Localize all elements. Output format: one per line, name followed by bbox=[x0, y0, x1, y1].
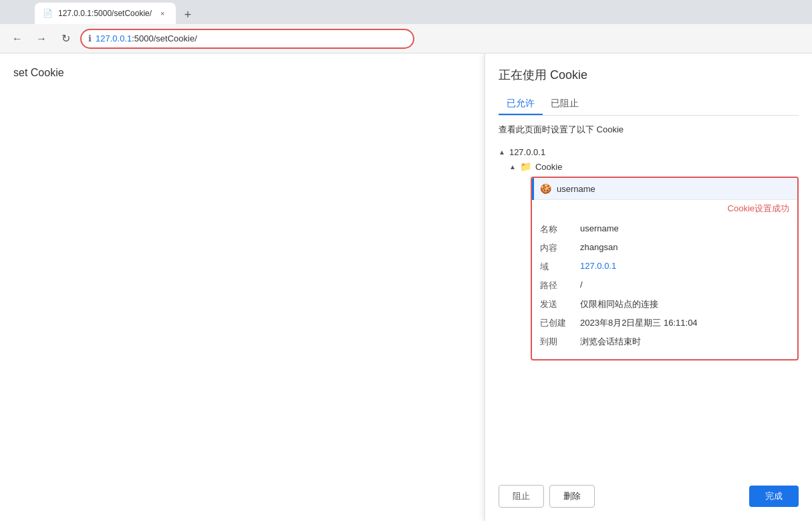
address-text: 127.0.0.1:5000/setCookie/ bbox=[96, 33, 197, 43]
address-host: 127.0.0.1 bbox=[96, 33, 132, 43]
detail-path-value: / bbox=[580, 280, 789, 290]
tab-close-button[interactable]: × bbox=[157, 8, 168, 19]
cookie-item-name: username bbox=[557, 184, 595, 194]
detail-send-value: 仅限相同站点的连接 bbox=[580, 298, 789, 310]
detail-send-label: 发送 bbox=[540, 298, 580, 310]
tab-favicon: 📄 bbox=[43, 9, 53, 18]
detail-expires-value: 浏览会话结束时 bbox=[580, 336, 789, 348]
detail-row-send: 发送 仅限相同站点的连接 bbox=[540, 295, 789, 314]
folder-icon: 📁 bbox=[520, 161, 531, 172]
cookie-description: 查看此页面时设置了以下 Cookie bbox=[499, 124, 799, 136]
address-path: :5000/setCookie/ bbox=[132, 33, 197, 43]
reload-button[interactable]: ↻ bbox=[56, 29, 75, 48]
detail-row-domain: 域 127.0.0.1 bbox=[540, 257, 789, 276]
cookie-panel: 正在使用 Cookie 已允许 已阻止 查看此页面时设置了以下 Cookie ▲… bbox=[485, 54, 812, 521]
delete-button[interactable]: 删除 bbox=[549, 485, 595, 508]
cookie-detail-table: 名称 username 内容 zhangsan 域 127.0.0.1 路径 bbox=[532, 217, 797, 359]
action-buttons-left: 阻止 删除 bbox=[499, 485, 595, 508]
tab-title: 127.0.0.1:5000/setCookie/ bbox=[58, 9, 152, 18]
detail-path-label: 路径 bbox=[540, 280, 580, 292]
page-content: set Cookie bbox=[0, 54, 485, 521]
detail-row-created: 已创建 2023年8月2日星期三 16:11:04 bbox=[540, 314, 789, 332]
done-button[interactable]: 完成 bbox=[749, 486, 799, 507]
cookie-panel-title: 正在使用 Cookie bbox=[499, 67, 799, 83]
detail-row-path: 路径 / bbox=[540, 276, 789, 295]
detail-domain-label: 域 bbox=[540, 261, 580, 273]
detail-content-value: zhangsan bbox=[580, 242, 789, 252]
detail-created-label: 已创建 bbox=[540, 317, 580, 329]
block-button[interactable]: 阻止 bbox=[499, 485, 544, 508]
cookie-tree: ▲ 127.0.0.1 ▲ 📁 Cookie 🍪 username bbox=[499, 145, 799, 367]
forward-button[interactable]: → bbox=[32, 29, 51, 48]
navigation-bar: ← → ↻ ℹ 127.0.0.1:5000/setCookie/ bbox=[0, 24, 812, 54]
content-area: set Cookie 正在使用 Cookie 已允许 已阻止 查看此页面时设置了… bbox=[0, 54, 812, 521]
tree-child: ▲ 📁 Cookie 🍪 username Cookie设置成功 bbox=[509, 159, 799, 360]
back-button[interactable]: ← bbox=[8, 29, 27, 48]
tree-folder-arrow: ▲ bbox=[509, 163, 516, 171]
tab-allowed[interactable]: 已允许 bbox=[499, 94, 543, 115]
browser-tab[interactable]: 📄 127.0.0.1:5000/setCookie/ × bbox=[35, 3, 176, 24]
tab-blocked[interactable]: 已阻止 bbox=[543, 94, 587, 115]
security-icon: ℹ bbox=[88, 33, 92, 43]
cookie-tabs: 已允许 已阻止 bbox=[499, 94, 799, 116]
left-accent-bar bbox=[532, 178, 534, 200]
detail-row-name: 名称 username bbox=[540, 220, 789, 239]
detail-content-label: 内容 bbox=[540, 242, 580, 254]
tree-folder-label: Cookie bbox=[535, 162, 562, 172]
detail-expires-label: 到期 bbox=[540, 336, 580, 348]
page-title: set Cookie bbox=[13, 67, 471, 79]
detail-created-value: 2023年8月2日星期三 16:11:04 bbox=[580, 317, 789, 329]
tree-folder-row[interactable]: ▲ 📁 Cookie bbox=[509, 159, 799, 174]
detail-name-value: username bbox=[580, 223, 789, 233]
tree-root-ip[interactable]: ▲ 127.0.0.1 bbox=[499, 145, 799, 159]
panel-actions: 阻止 删除 完成 bbox=[499, 474, 799, 508]
detail-row-content: 内容 zhangsan bbox=[540, 239, 789, 257]
tree-ip-label: 127.0.0.1 bbox=[509, 147, 545, 157]
cookie-success-message: Cookie设置成功 bbox=[532, 200, 797, 217]
address-bar[interactable]: ℹ 127.0.0.1:5000/setCookie/ bbox=[80, 29, 414, 49]
cookie-item-row[interactable]: 🍪 username bbox=[532, 178, 797, 200]
cookie-icon: 🍪 bbox=[540, 183, 551, 194]
tree-arrow-icon: ▲ bbox=[499, 148, 505, 156]
detail-domain-value: 127.0.0.1 bbox=[580, 261, 789, 271]
detail-name-label: 名称 bbox=[540, 223, 580, 235]
cookie-detail-box: 🍪 username Cookie设置成功 名称 username 内容 zha… bbox=[531, 177, 799, 360]
detail-row-expires: 到期 浏览会话结束时 bbox=[540, 332, 789, 351]
new-tab-button[interactable]: + bbox=[178, 5, 197, 24]
